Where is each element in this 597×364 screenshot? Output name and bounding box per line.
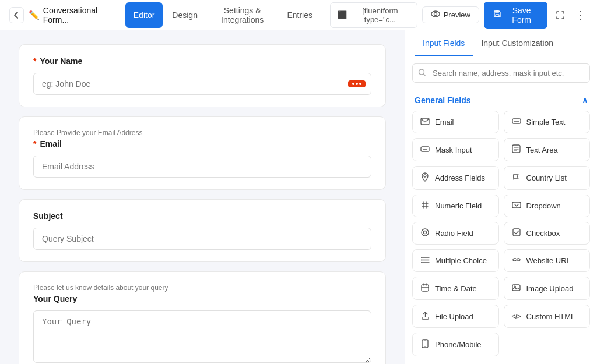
- subject-field-label: Subject: [33, 211, 371, 221]
- email-field-card: Please Provide your Email Address * Emai…: [19, 116, 386, 190]
- svg-rect-16: [513, 229, 520, 236]
- svg-rect-21: [512, 285, 520, 291]
- tab-entries[interactable]: Entries: [279, 2, 321, 28]
- simple-text-icon: [511, 117, 522, 127]
- svg-rect-2: [496, 15, 499, 17]
- name-field-card: * Your Name: [19, 44, 386, 107]
- field-item-website-url[interactable]: Website URL: [504, 249, 591, 272]
- mask-input-icon: [420, 145, 430, 155]
- field-item-mask-input[interactable]: Mask Input: [412, 138, 499, 161]
- website-url-icon: [511, 256, 522, 266]
- image-upload-icon: [511, 284, 522, 294]
- subject-field-card: Subject: [19, 199, 386, 262]
- field-item-country-list[interactable]: Country List: [504, 166, 591, 190]
- search-input[interactable]: [412, 63, 590, 83]
- phone-mobile-icon: [420, 339, 430, 350]
- text-area-icon: [511, 144, 522, 155]
- field-item-email[interactable]: Email: [412, 111, 499, 133]
- field-item-text-area[interactable]: Text Area: [504, 138, 591, 161]
- right-tabs: Input Fields Input Customization: [405, 30, 597, 56]
- field-item-address-fields[interactable]: Address Fields: [412, 166, 499, 190]
- svg-point-12: [424, 175, 426, 177]
- multiple-choice-icon: [420, 256, 430, 266]
- query-field-label: Your Query: [33, 294, 371, 303]
- field-item-image-upload[interactable]: Image Upload: [504, 277, 591, 300]
- tab-settings[interactable]: Settings & Integrations: [207, 2, 278, 28]
- address-icon: [420, 172, 430, 183]
- form-editor-panel: * Your Name Please Provide your Email Ad…: [0, 30, 405, 364]
- back-button[interactable]: [9, 7, 24, 23]
- search-box: [412, 63, 590, 83]
- save-icon: [493, 10, 501, 20]
- svg-point-8: [423, 149, 424, 150]
- svg-rect-5: [421, 118, 429, 125]
- shortcode-icon: ⬛: [338, 10, 347, 19]
- fields-grid: Email Simple Text: [412, 111, 590, 363]
- name-input[interactable]: [33, 73, 371, 95]
- preview-button[interactable]: Preview: [422, 6, 479, 23]
- field-item-custom-html[interactable]: </> Custom HTML: [504, 305, 591, 328]
- tab-input-fields[interactable]: Input Fields: [415, 30, 473, 56]
- email-field-label: * Email: [33, 139, 371, 149]
- svg-point-1: [434, 13, 437, 16]
- search-icon: [418, 68, 426, 78]
- svg-point-18: [421, 260, 422, 261]
- time-date-icon: [420, 283, 430, 294]
- name-field-label: * Your Name: [33, 56, 371, 66]
- nav-tabs: Editor Design Settings & Integrations En…: [125, 2, 321, 28]
- query-input[interactable]: [33, 310, 371, 363]
- query-sub-label: Please let us know details about your qu…: [33, 284, 371, 292]
- email-field-icon: [420, 117, 430, 127]
- field-item-time-date[interactable]: Time & Date: [412, 277, 499, 300]
- field-item-phone-mobile[interactable]: Phone/Mobile: [412, 333, 499, 356]
- query-field-card: Please let us know details about your qu…: [19, 271, 386, 364]
- dot3: [359, 83, 361, 85]
- dot1: [352, 83, 354, 85]
- svg-rect-3: [496, 11, 498, 13]
- more-options-button[interactable]: ⋮: [573, 7, 588, 23]
- required-star: *: [33, 139, 36, 149]
- svg-point-0: [431, 11, 440, 17]
- edit-icon: ✏️: [29, 10, 40, 20]
- custom-html-icon: </>: [511, 313, 522, 320]
- numeric-field-icon: [420, 201, 430, 211]
- name-input-wrapper: [33, 73, 371, 95]
- svg-point-24: [424, 346, 426, 347]
- app-title: ✏️ Conversational Form...: [29, 6, 114, 24]
- svg-point-22: [514, 286, 516, 288]
- tab-input-customization[interactable]: Input Customization: [473, 30, 561, 56]
- tab-design[interactable]: Design: [164, 2, 206, 28]
- dot2: [356, 83, 358, 85]
- email-input[interactable]: [33, 156, 371, 178]
- save-button[interactable]: Save Form: [484, 2, 548, 29]
- general-fields-header: General Fields ∧: [412, 90, 590, 111]
- svg-rect-13: [512, 202, 521, 208]
- name-dots-button[interactable]: [348, 80, 366, 87]
- eye-icon: [431, 10, 440, 19]
- svg-point-10: [426, 149, 427, 150]
- country-list-icon: [511, 173, 522, 183]
- file-upload-icon: [420, 311, 430, 321]
- field-item-multiple-choice[interactable]: Multiple Choice: [412, 249, 499, 272]
- top-nav: ✏️ Conversational Form... Editor Design …: [0, 0, 597, 30]
- field-item-dropdown[interactable]: Dropdown: [504, 195, 591, 217]
- svg-point-14: [422, 229, 429, 236]
- field-item-checkbox[interactable]: Checkbox: [504, 222, 591, 245]
- field-item-file-upload[interactable]: File Upload: [412, 305, 499, 328]
- fields-section: General Fields ∧ Email: [405, 90, 597, 364]
- chevron-up-icon: ∧: [582, 96, 588, 105]
- field-item-numeric-field[interactable]: Numeric Field: [412, 195, 499, 217]
- main-layout: * Your Name Please Provide your Email Ad…: [0, 30, 597, 364]
- shortcode-button[interactable]: ⬛ [fluentform type="c...: [330, 2, 417, 28]
- svg-point-19: [421, 262, 422, 263]
- fullscreen-button[interactable]: [552, 6, 568, 24]
- svg-point-15: [424, 231, 427, 234]
- checkbox-icon: [511, 228, 522, 238]
- dropdown-icon: [511, 201, 522, 211]
- field-item-radio-field[interactable]: Radio Field: [412, 222, 499, 245]
- field-item-simple-text[interactable]: Simple Text: [504, 111, 591, 133]
- subject-input[interactable]: [33, 228, 371, 250]
- email-sub-label: Please Provide your Email Address: [33, 129, 371, 137]
- tab-editor[interactable]: Editor: [125, 2, 163, 28]
- radio-field-icon: [420, 228, 430, 238]
